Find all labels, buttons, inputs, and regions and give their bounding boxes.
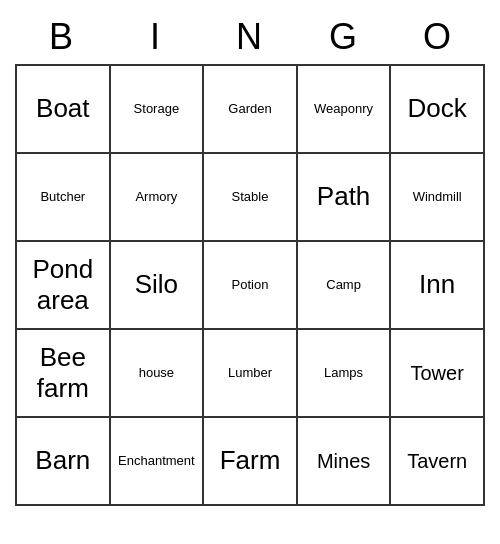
cell-text-r3-c2: Lumber bbox=[228, 365, 272, 381]
cell-text-r1-c3: Path bbox=[317, 181, 371, 212]
cell-text-r0-c4: Dock bbox=[408, 93, 467, 124]
cell-r3-c4: Tower bbox=[391, 330, 485, 418]
cell-text-r0-c0: Boat bbox=[36, 93, 90, 124]
cell-r0-c0: Boat bbox=[17, 66, 111, 154]
cell-text-r4-c2: Farm bbox=[220, 445, 281, 476]
header-letter-g: G bbox=[297, 10, 391, 64]
cell-text-r3-c3: Lamps bbox=[324, 365, 363, 381]
cell-r1-c0: Butcher bbox=[17, 154, 111, 242]
cell-text-r2-c2: Potion bbox=[232, 277, 269, 293]
cell-r3-c0: Bee farm bbox=[17, 330, 111, 418]
cell-r4-c3: Mines bbox=[298, 418, 392, 506]
cell-r1-c4: Windmill bbox=[391, 154, 485, 242]
cell-r4-c0: Barn bbox=[17, 418, 111, 506]
cell-text-r4-c0: Barn bbox=[35, 445, 90, 476]
cell-r3-c1: house bbox=[111, 330, 205, 418]
cell-r1-c1: Armory bbox=[111, 154, 205, 242]
cell-text-r0-c1: Storage bbox=[134, 101, 180, 117]
cell-text-r4-c3: Mines bbox=[317, 449, 370, 473]
cell-text-r0-c2: Garden bbox=[228, 101, 271, 117]
cell-text-r1-c2: Stable bbox=[232, 189, 269, 205]
cell-r2-c2: Potion bbox=[204, 242, 298, 330]
cell-text-r2-c3: Camp bbox=[326, 277, 361, 293]
header-letter-i: I bbox=[109, 10, 203, 64]
header-letter-b: B bbox=[15, 10, 109, 64]
bingo-grid: BoatStorageGardenWeaponryDockButcherArmo… bbox=[15, 64, 485, 506]
cell-r4-c1: Enchantment bbox=[111, 418, 205, 506]
cell-r2-c1: Silo bbox=[111, 242, 205, 330]
header-letter-n: N bbox=[203, 10, 297, 64]
bingo-header: BINGO bbox=[15, 10, 485, 64]
cell-r2-c3: Camp bbox=[298, 242, 392, 330]
header-letter-o: O bbox=[391, 10, 485, 64]
cell-r0-c3: Weaponry bbox=[298, 66, 392, 154]
cell-text-r3-c4: Tower bbox=[411, 361, 464, 385]
cell-r2-c0: Pond area bbox=[17, 242, 111, 330]
cell-r1-c3: Path bbox=[298, 154, 392, 242]
cell-r3-c2: Lumber bbox=[204, 330, 298, 418]
cell-r3-c3: Lamps bbox=[298, 330, 392, 418]
cell-r2-c4: Inn bbox=[391, 242, 485, 330]
cell-r1-c2: Stable bbox=[204, 154, 298, 242]
cell-text-r1-c0: Butcher bbox=[40, 189, 85, 205]
cell-text-r1-c1: Armory bbox=[135, 189, 177, 205]
cell-r0-c2: Garden bbox=[204, 66, 298, 154]
cell-text-r2-c1: Silo bbox=[135, 269, 178, 300]
cell-text-r2-c0: Pond area bbox=[21, 254, 105, 316]
cell-text-r4-c1: Enchantment bbox=[118, 453, 195, 469]
cell-r0-c4: Dock bbox=[391, 66, 485, 154]
cell-text-r4-c4: Tavern bbox=[407, 449, 467, 473]
cell-text-r1-c4: Windmill bbox=[413, 189, 462, 205]
cell-text-r3-c0: Bee farm bbox=[21, 342, 105, 404]
cell-text-r0-c3: Weaponry bbox=[314, 101, 373, 117]
cell-r0-c1: Storage bbox=[111, 66, 205, 154]
cell-text-r3-c1: house bbox=[139, 365, 174, 381]
bingo-card: BINGO BoatStorageGardenWeaponryDockButch… bbox=[15, 10, 485, 506]
cell-text-r2-c4: Inn bbox=[419, 269, 455, 300]
cell-r4-c2: Farm bbox=[204, 418, 298, 506]
cell-r4-c4: Tavern bbox=[391, 418, 485, 506]
